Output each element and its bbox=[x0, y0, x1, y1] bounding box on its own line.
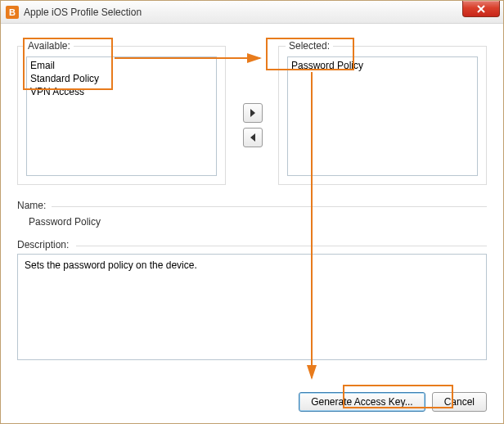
available-group: Available: EmailStandard PolicyVPN Acces… bbox=[17, 46, 226, 185]
window-title: Apple iOS Profile Selection bbox=[24, 7, 142, 18]
close-icon bbox=[476, 5, 486, 13]
triangle-left-icon bbox=[250, 133, 256, 142]
dialog-window: B Apple iOS Profile Selection Available:… bbox=[0, 0, 504, 424]
name-label: Name: bbox=[17, 200, 46, 211]
description-separator bbox=[76, 246, 487, 246]
list-item[interactable]: VPN Access bbox=[30, 85, 213, 98]
cancel-button[interactable]: Cancel bbox=[432, 392, 487, 412]
close-button[interactable] bbox=[462, 1, 500, 17]
triangle-right-icon bbox=[250, 109, 256, 117]
selected-label: Selected: bbox=[286, 40, 333, 52]
generate-access-key-button[interactable]: Generate Access Key... bbox=[299, 392, 425, 412]
move-right-button[interactable] bbox=[243, 103, 263, 123]
titlebar: B Apple iOS Profile Selection bbox=[1, 1, 503, 24]
list-item[interactable]: Email bbox=[30, 59, 213, 72]
description-box[interactable]: Sets the password policy on the device. bbox=[17, 254, 487, 360]
description-text: Sets the password policy on the device. bbox=[25, 259, 197, 271]
footer: Generate Access Key... Cancel bbox=[299, 392, 487, 412]
selected-group: Selected: Password Policy bbox=[278, 46, 487, 185]
generate-label: Generate Access Key... bbox=[311, 396, 413, 408]
name-separator bbox=[52, 206, 487, 207]
available-label: Available: bbox=[25, 40, 74, 52]
client-area: Available: EmailStandard PolicyVPN Acces… bbox=[17, 38, 487, 412]
list-item[interactable]: Standard Policy bbox=[30, 72, 213, 85]
available-listbox[interactable]: EmailStandard PolicyVPN Access bbox=[26, 56, 217, 176]
cancel-label: Cancel bbox=[444, 396, 475, 408]
app-icon: B bbox=[6, 6, 19, 19]
selected-listbox[interactable]: Password Policy bbox=[287, 56, 478, 176]
name-value: Password Policy bbox=[29, 216, 101, 228]
move-left-button[interactable] bbox=[243, 128, 263, 147]
description-label: Description: bbox=[17, 239, 69, 250]
list-item[interactable]: Password Policy bbox=[291, 59, 474, 72]
